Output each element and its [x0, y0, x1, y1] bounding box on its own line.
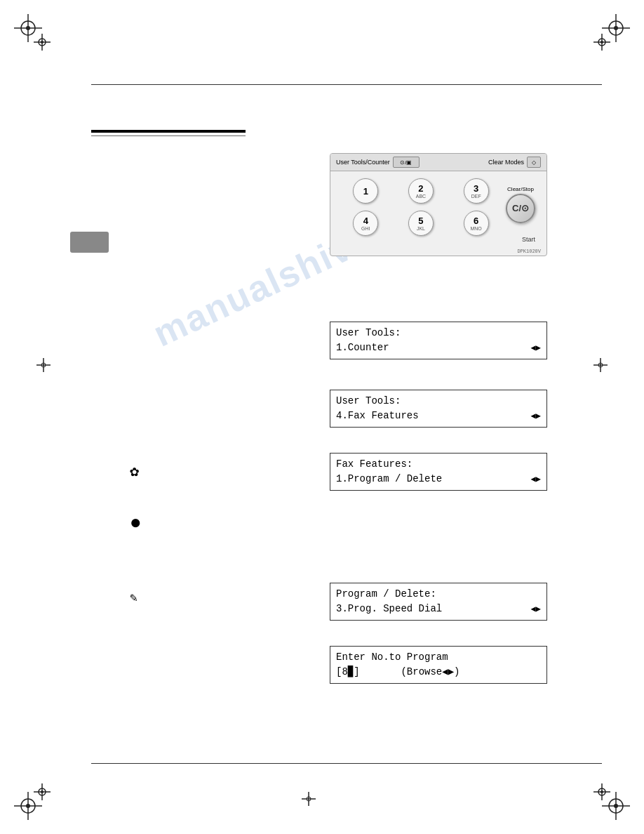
lcd1-arrow: ◀▶: [531, 342, 541, 355]
key-5-sub: JKL: [417, 226, 425, 231]
lcd-screen-5: Enter No.to Program [8▉] (Browse◀▶): [330, 646, 547, 684]
clear-modes-btn-label: ◇: [532, 159, 536, 166]
lcd-screen-4: Program / Delete: 3.Prog. Speed Dial ◀▶: [330, 583, 547, 621]
key-2-number: 2: [418, 183, 423, 194]
corner-inner-tr: [593, 34, 610, 51]
key-1-number: 1: [363, 186, 368, 197]
section-subtitle-bar: [91, 135, 246, 136]
key-4-sub: GHI: [361, 226, 370, 231]
panel-keypad-area: 1 2 ABC 3 DEF 4 GHI: [330, 171, 546, 236]
clear-stop-label: Clear/Stop: [507, 186, 534, 192]
section-title-bar: [91, 130, 246, 133]
pencil-symbol: ✎: [130, 590, 137, 605]
lcd2-text-line1: User Tools:: [336, 394, 401, 409]
lcd5-text-line1: Enter No.to Program: [336, 650, 448, 665]
svg-point-11: [26, 804, 30, 808]
panel-header-right: Clear Modes ◇: [488, 157, 541, 168]
key-6-number: 6: [474, 216, 478, 226]
corner-inner-br: [593, 783, 610, 800]
key-6-sub: MNO: [470, 226, 481, 231]
lcd3-text-line2: 1.Program / Delete: [336, 472, 442, 486]
lcd3-line2: 1.Program / Delete ◀▶: [336, 472, 541, 486]
panel-bottom-row: Start: [330, 236, 546, 249]
key-2-sub: ABC: [416, 194, 426, 199]
lcd4-text-line2: 3.Prog. Speed Dial: [336, 602, 442, 616]
panel-mode-btn[interactable]: ⊙/▣: [393, 157, 420, 168]
key-2-group: 2 ABC: [397, 178, 445, 204]
top-rule: [91, 84, 602, 85]
svg-point-7: [614, 26, 618, 30]
clear-modes-btn[interactable]: ◇: [527, 157, 541, 168]
corner-inner-bl: [34, 783, 51, 800]
key-4-group: 4 GHI: [342, 211, 390, 236]
key-6-group: 6 MNO: [452, 211, 500, 236]
section-title-block: [91, 130, 246, 136]
key-4-button[interactable]: 4 GHI: [353, 211, 378, 236]
lcd4-line1: Program / Delete:: [336, 587, 541, 602]
svg-point-27: [41, 790, 43, 793]
crosshair-bottom-mid: [302, 792, 316, 806]
lcd1-line2: 1.Counter ◀▶: [336, 340, 541, 355]
start-label: Start: [522, 236, 535, 243]
lcd5-line1: Enter No.to Program: [336, 650, 541, 665]
lcd4-text-line1: Program / Delete:: [336, 587, 436, 602]
panel-header-left: User Tools/Counter ⊙/▣: [336, 157, 420, 168]
lcd1-text-line2: 1.Counter: [336, 340, 389, 355]
svg-point-31: [601, 790, 603, 793]
lcd5-text-line2: [8▉] (Browse◀▶): [336, 665, 460, 680]
lcd1-line1: User Tools:: [336, 326, 541, 340]
svg-point-23: [601, 41, 603, 44]
dot-symbol: ●: [130, 512, 142, 534]
lcd2-arrow: ◀▶: [531, 410, 541, 423]
lcd1-text-line1: User Tools:: [336, 326, 401, 340]
clear-stop-area: Clear/Stop C/⊙: [506, 178, 535, 236]
lcd-screen-3: Fax Features: 1.Program / Delete ◀▶: [330, 453, 547, 491]
lcd4-arrow: ◀▶: [531, 603, 541, 616]
keypad-grid: 1 2 ABC 3 DEF 4 GHI: [342, 178, 500, 236]
button-indicator: [70, 232, 109, 253]
clear-modes-label: Clear Modes: [488, 159, 524, 166]
crosshair-mid-right: [593, 358, 608, 372]
lcd2-line2: 4.Fax Features ◀▶: [336, 409, 541, 423]
svg-point-19: [41, 41, 43, 44]
key-3-number: 3: [474, 183, 478, 194]
lcd5-line2: [8▉] (Browse◀▶): [336, 665, 541, 680]
svg-point-3: [26, 26, 30, 30]
control-panel: User Tools/Counter ⊙/▣ Clear Modes ◇ 1 2: [330, 153, 547, 256]
key-1-button[interactable]: 1: [353, 178, 378, 204]
key-6-button[interactable]: 6 MNO: [464, 211, 489, 236]
user-tools-label: User Tools/Counter: [336, 159, 390, 166]
key-4-number: 4: [363, 216, 368, 226]
lcd3-arrow: ◀▶: [531, 473, 541, 486]
lcd-screen-1: User Tools: 1.Counter ◀▶: [330, 322, 547, 359]
lcd4-line2: 3.Prog. Speed Dial ◀▶: [336, 602, 541, 616]
key-2-button[interactable]: 2 ABC: [408, 178, 434, 204]
clear-btn-label: C/⊙: [512, 203, 529, 213]
sun-symbol: ✿: [130, 462, 139, 481]
lcd3-line1: Fax Features:: [336, 457, 541, 472]
key-5-number: 5: [418, 216, 423, 226]
panel-header: User Tools/Counter ⊙/▣ Clear Modes ◇: [330, 154, 546, 171]
clear-stop-button[interactable]: C/⊙: [506, 194, 535, 223]
lcd-screen-2: User Tools: 4.Fax Features ◀▶: [330, 390, 547, 428]
bottom-rule: [91, 763, 602, 764]
panel-model-number: DPK1020V: [330, 249, 546, 256]
mode-btn-label: ⊙/▣: [400, 159, 412, 166]
key-1-group: 1: [342, 178, 390, 204]
corner-inner-tl: [34, 34, 51, 51]
crosshair-mid-left: [36, 358, 51, 372]
key-5-group: 5 JKL: [397, 211, 445, 236]
key-5-button[interactable]: 5 JKL: [408, 211, 434, 236]
lcd2-text-line2: 4.Fax Features: [336, 409, 419, 423]
lcd2-line1: User Tools:: [336, 394, 541, 409]
key-3-sub: DEF: [471, 194, 481, 199]
lcd3-text-line1: Fax Features:: [336, 457, 412, 472]
svg-point-15: [614, 804, 618, 808]
key-3-group: 3 DEF: [452, 178, 500, 204]
key-3-button[interactable]: 3 DEF: [464, 178, 489, 204]
